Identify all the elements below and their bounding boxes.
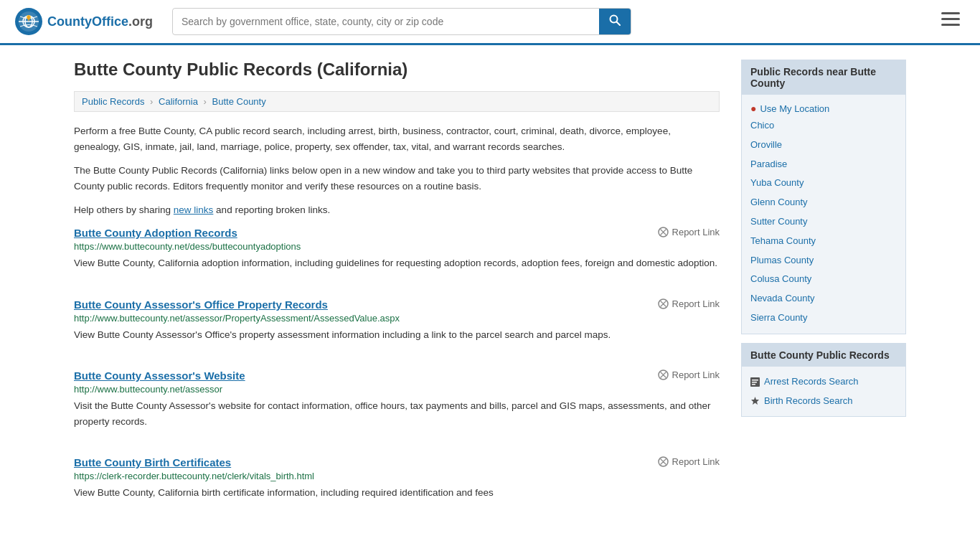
butte-record-item: Birth Records Search bbox=[750, 392, 897, 411]
butte-records-section: Butte County Public Records Arrest Recor… bbox=[741, 343, 906, 418]
nearby-link[interactable]: Sutter County bbox=[750, 212, 897, 232]
record-description: Visit the Butte County Assessor's websit… bbox=[74, 398, 720, 429]
description-3: Help others by sharing new links and rep… bbox=[74, 202, 720, 218]
search-input[interactable] bbox=[173, 10, 599, 33]
record-title[interactable]: Butte County Assessor's Office Property … bbox=[74, 298, 328, 311]
nearby-link[interactable]: Sierra County bbox=[750, 309, 897, 328]
svg-rect-17 bbox=[752, 382, 757, 383]
nearby-link[interactable]: Plumas County bbox=[750, 251, 897, 270]
svg-rect-8 bbox=[941, 12, 960, 14]
hamburger-icon bbox=[941, 12, 960, 27]
record-item: Butte County Adoption Records Report Lin… bbox=[74, 227, 720, 278]
butte-record-link[interactable]: Arrest Records Search bbox=[764, 375, 859, 390]
logo-text: CountyOffice.org bbox=[47, 14, 153, 29]
svg-rect-10 bbox=[941, 24, 960, 26]
svg-rect-16 bbox=[752, 380, 758, 381]
menu-button[interactable] bbox=[936, 9, 966, 34]
nearby-link[interactable]: Tehama County bbox=[750, 232, 897, 251]
nearby-link[interactable]: Yuba County bbox=[750, 174, 897, 193]
record-description: View Butte County, California adoption i… bbox=[74, 255, 720, 271]
records-list: Butte County Adoption Records Report Lin… bbox=[74, 227, 720, 508]
report-icon bbox=[658, 298, 669, 309]
new-links-link[interactable]: new links bbox=[174, 204, 214, 215]
record-item: Butte County Assessor's Website Report L… bbox=[74, 369, 720, 436]
report-link[interactable]: Report Link bbox=[658, 298, 720, 309]
nearby-link[interactable]: Glenn County bbox=[750, 193, 897, 212]
record-header: Butte County Assessor's Website Report L… bbox=[74, 369, 720, 382]
report-link[interactable]: Report Link bbox=[658, 456, 720, 467]
record-description: View Butte County Assessor's Office's pr… bbox=[74, 327, 720, 343]
nearby-content: ● Use My Location ChicoOrovilleParadiseY… bbox=[742, 95, 905, 334]
sidebar: Public Records near Butte County ● Use M… bbox=[741, 60, 906, 528]
logo-icon bbox=[14, 7, 43, 36]
nearby-link[interactable]: Nevada County bbox=[750, 289, 897, 309]
description-2: The Butte County Public Records (Califor… bbox=[74, 163, 720, 194]
logo: CountyOffice.org bbox=[14, 7, 158, 36]
breadcrumb-california[interactable]: California bbox=[159, 96, 198, 107]
description-1: Perform a free Butte County, CA public r… bbox=[74, 123, 720, 154]
search-button[interactable] bbox=[599, 9, 631, 34]
record-description: View Butte County, California birth cert… bbox=[74, 485, 720, 501]
butte-record-item: Arrest Records Search bbox=[750, 372, 897, 392]
record-header: Butte County Assessor's Office Property … bbox=[74, 298, 720, 311]
use-location-label: Use My Location bbox=[760, 103, 829, 114]
svg-marker-19 bbox=[751, 397, 759, 405]
report-link-label: Report Link bbox=[672, 298, 720, 309]
record-header: Butte County Birth Certificates Report L… bbox=[74, 456, 720, 468]
search-bar bbox=[172, 8, 631, 35]
svg-rect-18 bbox=[752, 384, 755, 385]
butte-records-content: Arrest Records Search Birth Records Sear… bbox=[742, 367, 905, 417]
record-title[interactable]: Butte County Assessor's Website bbox=[74, 369, 245, 382]
butte-links: Arrest Records Search Birth Records Sear… bbox=[750, 372, 897, 411]
record-header: Butte County Adoption Records Report Lin… bbox=[74, 227, 720, 239]
nearby-link[interactable]: Paradise bbox=[750, 155, 897, 174]
report-link-label: Report Link bbox=[672, 456, 720, 467]
svg-rect-9 bbox=[941, 18, 960, 20]
breadcrumb: Public Records › California › Butte Coun… bbox=[74, 91, 720, 112]
search-icon bbox=[609, 14, 621, 26]
breadcrumb-butte-county[interactable]: Butte County bbox=[212, 96, 266, 107]
doc-icon bbox=[750, 377, 760, 387]
butte-records-title: Butte County Public Records bbox=[742, 344, 905, 367]
record-url: https://www.buttecounty.net/dess/butteco… bbox=[74, 241, 720, 252]
report-icon bbox=[658, 227, 669, 237]
nearby-link[interactable]: Oroville bbox=[750, 136, 897, 155]
nearby-link[interactable]: Chico bbox=[750, 116, 897, 136]
record-url: https://clerk-recorder.buttecounty.net/c… bbox=[74, 471, 720, 481]
record-item: Butte County Assessor's Office Property … bbox=[74, 298, 720, 350]
use-location-link[interactable]: ● Use My Location bbox=[750, 100, 897, 116]
report-link-label: Report Link bbox=[672, 227, 720, 237]
nearby-links: ChicoOrovilleParadiseYuba CountyGlenn Co… bbox=[750, 116, 897, 328]
record-title[interactable]: Butte County Adoption Records bbox=[74, 227, 237, 239]
record-item: Butte County Birth Certificates Report L… bbox=[74, 456, 720, 508]
report-link[interactable]: Report Link bbox=[658, 227, 720, 237]
record-title[interactable]: Butte County Birth Certificates bbox=[74, 456, 231, 468]
content-area: Butte County Public Records (California)… bbox=[74, 60, 720, 528]
report-link[interactable]: Report Link bbox=[658, 369, 720, 380]
report-link-label: Report Link bbox=[672, 369, 720, 380]
site-header: CountyOffice.org bbox=[0, 0, 980, 45]
breadcrumb-public-records[interactable]: Public Records bbox=[82, 96, 144, 107]
nearby-title: Public Records near Butte County bbox=[742, 60, 905, 95]
main-container: Butte County Public Records (California)… bbox=[60, 45, 920, 542]
page-title: Butte County Public Records (California) bbox=[74, 60, 720, 80]
nearby-link[interactable]: Colusa County bbox=[750, 270, 897, 289]
star-icon bbox=[750, 396, 760, 405]
location-icon: ● bbox=[750, 103, 756, 114]
report-icon bbox=[658, 456, 669, 467]
record-url: http://www.buttecounty.net/assessor bbox=[74, 384, 720, 395]
svg-line-7 bbox=[617, 22, 621, 26]
report-icon bbox=[658, 369, 669, 380]
record-url: http://www.buttecounty.net/assessor/Prop… bbox=[74, 313, 720, 324]
butte-record-link[interactable]: Birth Records Search bbox=[764, 394, 853, 409]
nearby-section: Public Records near Butte County ● Use M… bbox=[741, 60, 906, 334]
